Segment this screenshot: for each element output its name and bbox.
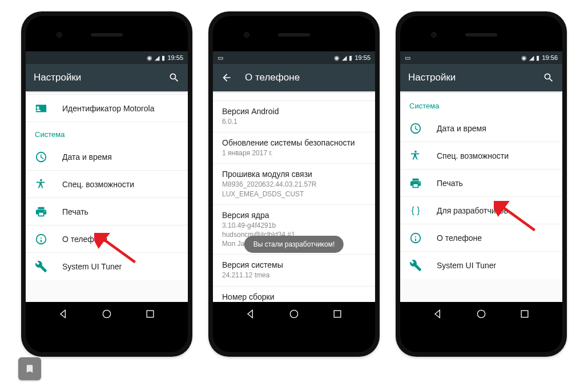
- settings-item-accessibility[interactable]: Спец. возможности: [26, 171, 188, 198]
- settings-item-label: Печать: [437, 179, 463, 188]
- about-item-partial[interactable]: [213, 91, 375, 101]
- phone-mockup-1: ◉ ◢ ▮ 19:55 Настройки: [21, 11, 192, 357]
- id-card-icon: [35, 102, 47, 115]
- status-time: 19:56: [542, 54, 558, 61]
- settings-item-label: Спец. возможности: [437, 151, 509, 160]
- toolbar: Настройки: [26, 64, 188, 91]
- nav-home-icon[interactable]: [100, 308, 113, 320]
- svg-rect-1: [147, 311, 154, 317]
- settings-item-label: Спец. возможности: [62, 180, 134, 189]
- clock-icon: [35, 151, 47, 163]
- settings-item-system-ui-tuner[interactable]: System UI Tuner: [400, 252, 562, 279]
- svg-rect-4: [334, 311, 341, 317]
- printer-icon: [409, 177, 422, 190]
- nav-back-icon[interactable]: [244, 308, 257, 320]
- info-title: Номер сборки: [222, 292, 366, 301]
- settings-item-label: Идентификатор Motorola: [62, 104, 154, 113]
- status-bar: ▭ ◉ ◢ ▮ 19:55: [213, 51, 375, 64]
- status-time: 19:55: [355, 54, 370, 61]
- system-navbar: [400, 302, 562, 326]
- system-navbar: [26, 302, 188, 326]
- location-icon: ◉: [334, 55, 340, 61]
- phone-mockup-2: ▭ ◉ ◢ ▮ 19:55 О телефоне: [208, 11, 380, 357]
- battery-icon: ▮: [536, 55, 539, 61]
- settings-item-label: Дата и время: [437, 124, 486, 133]
- accessibility-icon: [35, 178, 47, 191]
- screenshot-indicator-icon: ▭: [218, 55, 223, 61]
- search-icon[interactable]: [168, 72, 180, 83]
- section-header-system: Система: [400, 91, 562, 115]
- nav-home-icon[interactable]: [288, 308, 300, 320]
- status-time: 19:55: [167, 54, 183, 61]
- settings-item-label: System UI Tuner: [62, 262, 122, 271]
- settings-item-label: О телефоне: [437, 233, 482, 243]
- info-subtitle: 1 января 2017 г.: [222, 148, 366, 158]
- toolbar-title: О телефоне: [245, 72, 367, 83]
- location-icon: ◉: [521, 55, 527, 61]
- wrench-icon: [409, 259, 422, 272]
- toolbar-title: Настройки: [408, 72, 530, 83]
- about-item-system-version[interactable]: Версия системы 24.211.12 tmea: [213, 255, 375, 286]
- nav-back-icon[interactable]: [432, 308, 444, 320]
- about-item-security-update[interactable]: Обновление системы безопасности 1 января…: [213, 132, 375, 164]
- settings-item-printing[interactable]: Печать: [26, 198, 188, 225]
- settings-item-about-phone[interactable]: О телефоне: [400, 224, 562, 252]
- nav-recent-icon[interactable]: [331, 308, 344, 320]
- battery-icon: ▮: [349, 55, 352, 61]
- info-title: Версия системы: [222, 260, 366, 269]
- about-item-baseband[interactable]: Прошивка модуля связи M8936_2020632.44.0…: [213, 164, 375, 204]
- info-title: Версия Android: [222, 107, 366, 116]
- toast-message: Вы стали разработчиком!: [244, 236, 344, 253]
- settings-item-printing[interactable]: Печать: [400, 170, 562, 197]
- cellular-signal-icon: ◢: [342, 55, 347, 61]
- settings-item-datetime[interactable]: Дата и время: [400, 115, 562, 142]
- settings-item-about-phone[interactable]: О телефоне: [26, 225, 188, 253]
- info-subtitle: 6.0.1: [222, 117, 366, 126]
- cellular-signal-icon: ◢: [529, 55, 534, 61]
- accessibility-icon: [409, 150, 422, 162]
- nav-recent-icon[interactable]: [144, 308, 156, 320]
- about-item-android-version[interactable]: Версия Android 6.0.1: [213, 101, 375, 132]
- settings-item-system-ui-tuner[interactable]: System UI Tuner: [26, 253, 188, 280]
- toolbar: О телефоне: [213, 64, 375, 91]
- settings-item-datetime[interactable]: Дата и время: [26, 143, 188, 171]
- clock-icon: [409, 122, 422, 135]
- status-bar: ▭ ◉ ◢ ▮ 19:56: [400, 51, 562, 64]
- info-subtitle: M8936_2020632.44.03.21.57R LUX_EMEA_DSDS…: [222, 180, 366, 198]
- back-arrow-icon[interactable]: [221, 72, 232, 83]
- settings-item-label: О телефоне: [62, 235, 107, 244]
- info-title: Версия ядра: [222, 211, 366, 220]
- settings-item-accessibility[interactable]: Спец. возможности: [400, 142, 562, 170]
- status-bar: ◉ ◢ ▮ 19:55: [26, 51, 188, 64]
- about-item-build-number[interactable]: Номер сборки MPDS24.107-52-11: [213, 287, 375, 303]
- svg-point-3: [290, 310, 297, 317]
- wrench-icon: [35, 260, 47, 273]
- nav-back-icon[interactable]: [57, 308, 70, 320]
- printer-icon: [35, 205, 47, 218]
- search-icon[interactable]: [543, 72, 554, 83]
- settings-item-developer-options[interactable]: { } Для разработчиков: [400, 197, 562, 224]
- bookmark-button[interactable]: [18, 357, 41, 380]
- svg-point-5: [477, 310, 485, 317]
- info-title: Прошивка модуля связи: [222, 170, 366, 179]
- screenshot-indicator-icon: ▭: [405, 55, 410, 61]
- settings-item-label: System UI Tuner: [437, 261, 496, 270]
- cellular-signal-icon: ◢: [155, 55, 159, 61]
- svg-point-0: [103, 310, 110, 317]
- battery-icon: ▮: [162, 55, 165, 61]
- nav-home-icon[interactable]: [475, 308, 488, 320]
- info-icon: [409, 232, 422, 244]
- svg-rect-6: [521, 311, 528, 317]
- nav-recent-icon[interactable]: [518, 308, 531, 320]
- info-subtitle: 24.211.12 tmea: [222, 271, 366, 280]
- info-icon: [35, 233, 47, 245]
- settings-item-motorola-id[interactable]: Идентификатор Motorola: [26, 95, 188, 122]
- section-header-system: Система: [26, 122, 188, 143]
- phone-mockup-3: ▭ ◉ ◢ ▮ 19:56 Настройки: [396, 11, 567, 357]
- toolbar-title: Настройки: [34, 72, 156, 83]
- settings-item-label: Для разработчиков: [437, 206, 508, 215]
- location-icon: ◉: [147, 55, 152, 61]
- settings-item-label: Дата и время: [62, 152, 112, 162]
- braces-icon: { }: [409, 204, 422, 217]
- toolbar: Настройки: [400, 64, 562, 91]
